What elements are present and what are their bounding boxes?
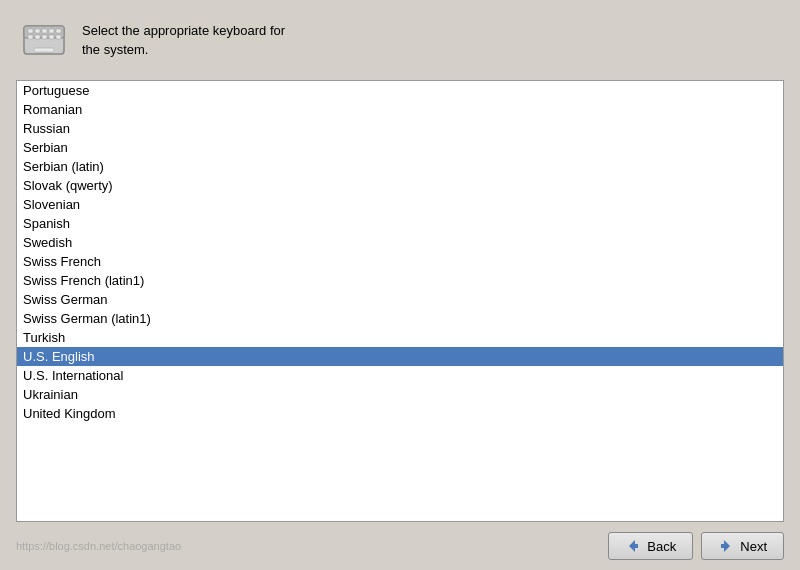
svg-rect-7 bbox=[28, 35, 33, 39]
list-item[interactable]: Swiss French (latin1) bbox=[17, 271, 783, 290]
svg-rect-14 bbox=[634, 544, 638, 548]
svg-rect-2 bbox=[28, 29, 33, 33]
list-item[interactable]: Slovenian bbox=[17, 195, 783, 214]
keyboard-icon bbox=[20, 16, 68, 64]
header: Select the appropriate keyboard for the … bbox=[0, 0, 800, 80]
list-item[interactable]: Russian bbox=[17, 119, 783, 138]
back-button[interactable]: Back bbox=[608, 532, 693, 560]
list-item[interactable]: Swiss French bbox=[17, 252, 783, 271]
next-button[interactable]: Next bbox=[701, 532, 784, 560]
svg-rect-12 bbox=[34, 48, 54, 52]
svg-rect-9 bbox=[42, 35, 47, 39]
list-item[interactable]: Swiss German (latin1) bbox=[17, 309, 783, 328]
back-label: Back bbox=[647, 539, 676, 554]
list-item[interactable]: Slovak (qwerty) bbox=[17, 176, 783, 195]
svg-rect-10 bbox=[49, 35, 54, 39]
svg-rect-16 bbox=[721, 544, 725, 548]
svg-rect-4 bbox=[42, 29, 47, 33]
button-group: Back Next bbox=[608, 532, 784, 560]
svg-rect-8 bbox=[35, 35, 40, 39]
list-item[interactable]: Romanian bbox=[17, 100, 783, 119]
list-item[interactable]: Ukrainian bbox=[17, 385, 783, 404]
svg-rect-6 bbox=[56, 29, 61, 33]
footer: https://blog.csdn.net/chaogangtao Back N… bbox=[0, 522, 800, 570]
svg-rect-5 bbox=[49, 29, 54, 33]
watermark-text: https://blog.csdn.net/chaogangtao bbox=[16, 540, 181, 552]
svg-rect-11 bbox=[56, 35, 61, 39]
list-item[interactable]: Turkish bbox=[17, 328, 783, 347]
list-item[interactable]: U.S. International bbox=[17, 366, 783, 385]
svg-rect-3 bbox=[35, 29, 40, 33]
next-icon bbox=[718, 538, 734, 554]
list-item[interactable]: United Kingdom bbox=[17, 404, 783, 423]
list-item[interactable]: Swiss German bbox=[17, 290, 783, 309]
list-item[interactable]: Spanish bbox=[17, 214, 783, 233]
list-item[interactable]: Swedish bbox=[17, 233, 783, 252]
back-icon bbox=[625, 538, 641, 554]
list-item[interactable]: Portuguese bbox=[17, 81, 783, 100]
list-item[interactable]: Serbian bbox=[17, 138, 783, 157]
keyboard-list-scroll[interactable]: PortugueseRomanianRussianSerbianSerbian … bbox=[17, 81, 783, 521]
keyboard-list-container: PortugueseRomanianRussianSerbianSerbian … bbox=[16, 80, 784, 522]
list-item[interactable]: Serbian (latin) bbox=[17, 157, 783, 176]
main-content: PortugueseRomanianRussianSerbianSerbian … bbox=[0, 80, 800, 522]
list-item[interactable]: U.S. English bbox=[17, 347, 783, 366]
next-label: Next bbox=[740, 539, 767, 554]
header-description: Select the appropriate keyboard for the … bbox=[82, 21, 285, 60]
